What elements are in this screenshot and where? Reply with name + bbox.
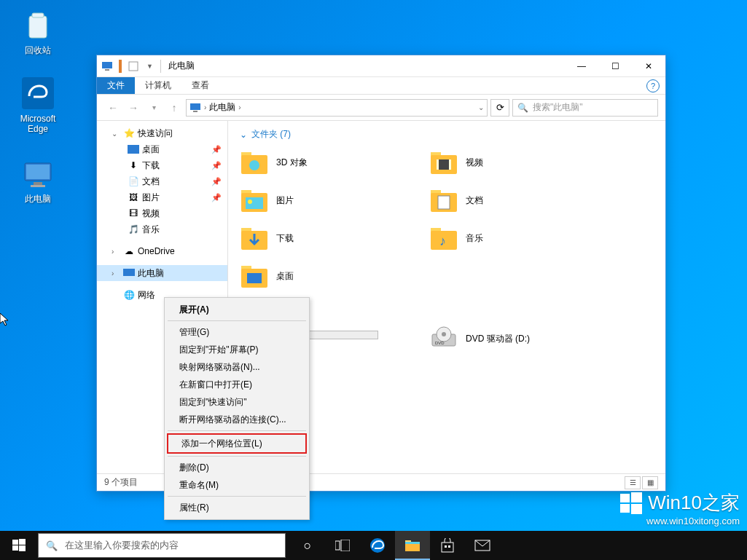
ctx-pin-start[interactable]: 固定到"开始"屏幕(P) (166, 341, 308, 358)
up-button[interactable]: ↑ (165, 99, 183, 117)
svg-rect-51 (335, 541, 340, 550)
refresh-button[interactable]: ⟳ (490, 99, 509, 117)
svg-rect-28 (438, 196, 450, 209)
ctx-new-window[interactable]: 在新窗口中打开(E) (166, 376, 308, 393)
edge-taskbar[interactable] (360, 531, 395, 560)
view-large-button[interactable]: ▦ (642, 476, 658, 489)
svg-rect-21 (449, 159, 451, 170)
folder-documents[interactable]: 文档 (429, 184, 604, 216)
pc-small-icon (101, 60, 113, 72)
svg-rect-48 (19, 539, 26, 545)
desktop-icon-thispc[interactable]: 此电脑 (10, 156, 66, 204)
ctx-delete[interactable]: 删除(D) (166, 459, 308, 476)
download-icon: ⬇ (128, 159, 139, 171)
svg-rect-7 (102, 62, 112, 68)
svg-rect-2 (22, 77, 54, 109)
ctx-disconnect[interactable]: 断开网络驱动器的连接(C)... (166, 411, 308, 428)
document-icon: 📄 (128, 176, 139, 187)
qat-dropdown-icon[interactable]: ▼ (146, 63, 153, 70)
nav-videos[interactable]: 🎞视频 (97, 205, 227, 221)
nav-pictures[interactable]: 🖼图片📌 (97, 189, 227, 205)
view-details-button[interactable]: ☰ (625, 476, 641, 489)
folder-icon (240, 148, 269, 177)
desktop-icon-edge[interactable]: Microsoft Edge (10, 76, 66, 134)
svg-rect-49 (12, 545, 18, 551)
pc-icon (189, 102, 201, 114)
address-bar[interactable]: › 此电脑 › ⌄ (186, 99, 488, 117)
desktop-icon (128, 143, 139, 155)
explorer-taskbar[interactable] (395, 531, 430, 560)
music-icon: 🎵 (128, 224, 139, 235)
svg-rect-5 (34, 182, 42, 185)
breadcrumb[interactable]: 此电脑 (209, 101, 235, 114)
tab-computer[interactable]: 计算机 (135, 77, 181, 94)
svg-rect-45 (620, 504, 630, 513)
folder-3d-objects[interactable]: 3D 对象 (240, 146, 415, 178)
ctx-rename[interactable]: 重命名(M) (166, 476, 308, 494)
tab-file[interactable]: 文件 (97, 77, 135, 94)
close-button[interactable]: ✕ (632, 55, 665, 77)
ribbon: 文件 计算机 查看 ? (97, 77, 665, 95)
start-button[interactable] (1, 531, 36, 560)
folder-icon (429, 148, 458, 177)
picture-icon: 🖼 (128, 192, 139, 203)
forward-button[interactable]: → (125, 99, 142, 117)
ctx-map-drive[interactable]: 映射网络驱动器(N)... (166, 358, 308, 376)
context-menu: 展开(A) 管理(G) 固定到"开始"屏幕(P) 映射网络驱动器(N)... 在… (164, 297, 310, 520)
nav-onedrive[interactable]: ›☁OneDrive (97, 243, 227, 259)
nav-desktop[interactable]: 桌面📌 (97, 141, 227, 157)
back-button[interactable]: ← (104, 99, 122, 117)
recycle-bin-icon (20, 7, 55, 42)
svg-point-25 (248, 200, 252, 204)
nav-music[interactable]: 🎵音乐 (97, 221, 227, 237)
store-taskbar[interactable] (430, 531, 465, 560)
ctx-pin-quick[interactable]: 固定到"快速访问" (166, 393, 308, 411)
desktop-icon-recycle-bin[interactable]: 回收站 (10, 7, 66, 55)
folder-pictures[interactable]: 图片 (240, 184, 415, 216)
nav-documents[interactable]: 📄文档📌 (97, 173, 227, 189)
ctx-expand[interactable]: 展开(A) (166, 301, 308, 318)
help-button[interactable]: ? (646, 79, 660, 92)
ctx-add-network[interactable]: 添加一个网络位置(L) (168, 435, 305, 452)
qat-item-icon[interactable] (128, 60, 139, 72)
maximize-button[interactable]: ☐ (598, 55, 632, 77)
nav-quick-access[interactable]: ⌄⭐快速访问 (97, 125, 227, 141)
svg-rect-50 (19, 545, 26, 551)
minimize-button[interactable]: — (565, 55, 598, 77)
svg-rect-56 (405, 542, 420, 544)
ctx-properties[interactable]: 属性(R) (166, 499, 308, 516)
svg-rect-6 (31, 185, 45, 187)
svg-rect-57 (442, 543, 453, 552)
folder-music[interactable]: ♪音乐 (429, 222, 604, 254)
svg-rect-8 (105, 69, 109, 71)
folder-videos[interactable]: 视频 (429, 146, 604, 178)
desktop-icon-label: 回收站 (25, 45, 51, 55)
edge-icon (20, 76, 55, 111)
history-dropdown[interactable]: ▾ (145, 99, 163, 117)
taskbar: 🔍 在这里输入你要搜索的内容 ○ (0, 531, 747, 560)
search-input[interactable]: 🔍 搜索"此电脑" (512, 99, 658, 117)
svg-rect-4 (26, 165, 50, 179)
section-folders[interactable]: ⌄文件夹 (7) (240, 128, 654, 141)
pc-icon (123, 267, 135, 279)
drive-dvd[interactable]: DVD DVD 驱动器 (D:) (429, 321, 604, 356)
task-view-button[interactable] (325, 531, 360, 560)
cortana-button[interactable]: ○ (290, 531, 325, 560)
nav-downloads[interactable]: ⬇下载📌 (97, 157, 227, 173)
folder-icon (429, 186, 458, 215)
addr-dropdown-icon[interactable]: ⌄ (478, 103, 484, 111)
folder-desktop[interactable]: 桌面 (240, 260, 415, 292)
folder-downloads[interactable]: 下载 (240, 222, 415, 254)
titlebar[interactable]: ▼ 此电脑 — ☐ ✕ (97, 55, 665, 77)
ctx-manage[interactable]: 管理(G) (166, 323, 308, 341)
desktop-icon-label: Microsoft Edge (10, 114, 66, 134)
svg-rect-24 (246, 197, 263, 209)
taskbar-search[interactable]: 🔍 在这里输入你要搜索的内容 (38, 533, 286, 558)
svg-rect-47 (12, 540, 18, 545)
nav-thispc[interactable]: ›此电脑 (97, 265, 227, 281)
mail-taskbar[interactable] (465, 531, 500, 560)
dvd-icon: DVD (429, 324, 458, 353)
cursor-icon (0, 313, 12, 328)
monitor-icon (20, 156, 55, 191)
tab-view[interactable]: 查看 (181, 77, 219, 94)
